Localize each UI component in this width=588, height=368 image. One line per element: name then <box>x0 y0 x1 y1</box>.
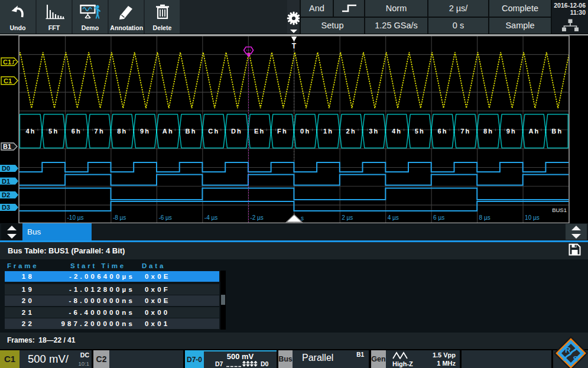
svg-text:Bh: Bh <box>186 128 197 135</box>
svg-text:Ch: Ch <box>208 128 219 135</box>
svg-text:1h: 1h <box>323 128 333 135</box>
svg-text:Ah: Ah <box>528 128 540 135</box>
svg-text:-4 µs: -4 µs <box>204 214 217 221</box>
svg-text:-2 µs: -2 µs <box>250 214 263 221</box>
svg-text:5h: 5h <box>415 128 425 135</box>
svg-text:7h: 7h <box>460 128 470 135</box>
svg-text:4 µs: 4 µs <box>388 214 399 221</box>
svg-text:6h: 6h <box>72 128 82 135</box>
svg-text:6h: 6h <box>437 128 447 135</box>
svg-text:4h: 4h <box>25 128 35 135</box>
svg-text:C1: C1 <box>4 77 12 84</box>
svg-text:D3: D3 <box>2 204 10 211</box>
svg-text:R: R <box>565 346 571 354</box>
svg-text:Fh: Fh <box>277 128 288 135</box>
svg-text:6 µs: 6 µs <box>433 214 444 221</box>
svg-text:7h: 7h <box>95 128 105 135</box>
svg-text:-8 µs: -8 µs <box>113 214 126 221</box>
svg-text:0h: 0h <box>300 128 310 135</box>
svg-text:2 µs: 2 µs <box>342 214 353 221</box>
svg-text:2h: 2h <box>346 128 356 135</box>
svg-text:8h: 8h <box>483 128 493 135</box>
svg-text:B1: B1 <box>3 143 11 150</box>
svg-text:C1: C1 <box>3 58 11 66</box>
svg-text:Ah: Ah <box>163 128 174 135</box>
svg-text:D2: D2 <box>2 191 10 198</box>
svg-text:BUS1: BUS1 <box>552 207 567 213</box>
svg-text:s: s <box>301 215 304 222</box>
svg-text:8 µs: 8 µs <box>479 214 490 221</box>
svg-text:9h: 9h <box>506 128 516 135</box>
svg-text:5h: 5h <box>48 128 59 135</box>
svg-text:-6 µs: -6 µs <box>158 214 171 221</box>
svg-text:10 µs: 10 µs <box>525 214 540 221</box>
svg-text:S: S <box>573 354 579 363</box>
svg-text:D1: D1 <box>2 178 10 185</box>
svg-text:T: T <box>292 42 297 50</box>
svg-text:8h: 8h <box>117 128 127 135</box>
svg-text:9h: 9h <box>140 128 150 135</box>
svg-text:Dh: Dh <box>231 128 242 135</box>
svg-text:4h: 4h <box>392 128 402 135</box>
svg-text:D0: D0 <box>2 165 10 172</box>
svg-text:3h: 3h <box>369 128 379 135</box>
svg-text:Eh: Eh <box>254 128 265 135</box>
svg-text:-10 µs: -10 µs <box>67 214 84 221</box>
svg-text:Bh: Bh <box>551 128 563 135</box>
